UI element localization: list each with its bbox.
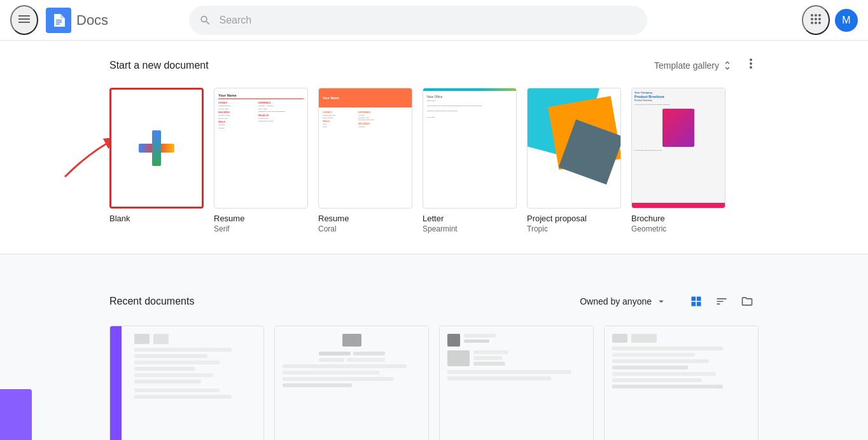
letter-spearmint-label: Letter <box>423 214 444 223</box>
doc-card-4[interactable] <box>604 326 759 440</box>
project-tropic-sublabel: Tropic <box>527 224 548 233</box>
brochure-geometric-thumb[interactable]: Your Company Product Brochure Product Ov… <box>631 88 725 209</box>
blank-template-label: Blank <box>109 214 130 223</box>
resume-serif-label: Resume <box>214 214 244 223</box>
template-card-letter-spearmint[interactable]: New Office Dear Name, Lorem ipsum dolor … <box>423 88 517 233</box>
app-logo[interactable]: Docs <box>46 8 108 33</box>
doc-preview-4 <box>605 326 758 440</box>
recent-header: Recent documents Owned by anyone <box>109 290 759 313</box>
search-input[interactable] <box>220 15 638 26</box>
doc-preview-1 <box>110 326 263 440</box>
template-header: Start a new document Template gallery <box>109 56 759 75</box>
resume-coral-sublabel: Coral <box>318 224 337 233</box>
template-card-resume-serif[interactable]: Your Name CONTACT email@email.com 123-45… <box>214 88 308 233</box>
search-bar <box>189 6 647 35</box>
expand-icon <box>722 60 733 71</box>
template-cards: Blank Your Name CONTACT email@email.com <box>109 88 759 233</box>
sort-button[interactable] <box>710 290 733 313</box>
owned-by-button[interactable]: Owned by anyone <box>572 291 675 312</box>
resume-serif-thumb[interactable]: Your Name CONTACT email@email.com 123-45… <box>214 88 308 209</box>
resume-serif-sublabel: Serif <box>214 224 230 233</box>
header-right: M <box>802 5 858 35</box>
recent-controls: Owned by anyone <box>572 290 759 313</box>
menu-icon[interactable] <box>10 5 38 35</box>
grid-view-button[interactable] <box>685 290 708 313</box>
dropdown-arrow-icon <box>655 296 667 307</box>
app-header: Docs M <box>0 0 868 41</box>
apps-icon[interactable] <box>802 5 830 35</box>
view-icons <box>685 290 759 313</box>
svg-rect-1 <box>56 20 62 21</box>
svg-rect-2 <box>56 22 62 23</box>
sidebar-doc-stub <box>0 389 32 440</box>
template-card-blank[interactable]: Blank <box>109 88 204 223</box>
recent-docs-grid <box>109 326 759 440</box>
more-options-button[interactable] <box>743 56 759 75</box>
blank-template-thumb[interactable] <box>109 88 204 209</box>
doc-preview-2 <box>275 326 428 440</box>
owned-by-label: Owned by anyone <box>580 296 652 306</box>
folder-picker-button[interactable] <box>736 290 759 313</box>
doc-card-1[interactable] <box>109 326 264 440</box>
template-card-brochure-geometric[interactable]: Your Company Product Brochure Product Ov… <box>631 88 725 233</box>
letter-spearmint-thumb[interactable]: New Office Dear Name, Lorem ipsum dolor … <box>423 88 517 209</box>
template-card-project-tropic[interactable]: Project Name Subtitle here Project propo… <box>527 88 621 233</box>
app-logo-text: Docs <box>76 12 108 29</box>
recent-section: Recent documents Owned by anyone <box>84 270 784 440</box>
doc-card-2[interactable] <box>274 326 429 440</box>
doc-preview-3 <box>440 326 593 440</box>
resume-coral-label: Resume <box>318 214 349 223</box>
recent-section-title: Recent documents <box>109 296 194 307</box>
letter-spearmint-sublabel: Spearmint <box>423 224 458 233</box>
search-icon <box>199 14 211 27</box>
brochure-geometric-sublabel: Geometric <box>631 224 666 233</box>
template-header-controls: Template gallery <box>654 56 759 75</box>
brochure-geometric-label: Brochure <box>631 214 665 223</box>
resume-coral-thumb[interactable]: Your Name CONTACT email@email.com phone … <box>318 88 412 209</box>
project-tropic-thumb[interactable]: Project Name Subtitle here <box>527 88 621 209</box>
project-tropic-label: Project proposal <box>527 214 587 223</box>
avatar[interactable]: M <box>835 9 858 32</box>
template-card-resume-coral[interactable]: Your Name CONTACT email@email.com phone … <box>318 88 412 233</box>
template-gallery-button[interactable]: Template gallery <box>654 60 733 71</box>
template-section-title: Start a new document <box>109 60 209 71</box>
doc-card-3[interactable] <box>439 326 594 440</box>
svg-rect-3 <box>56 24 60 25</box>
main-content: Start a new document Template gallery <box>0 41 868 440</box>
template-section: Start a new document Template gallery <box>0 41 868 254</box>
